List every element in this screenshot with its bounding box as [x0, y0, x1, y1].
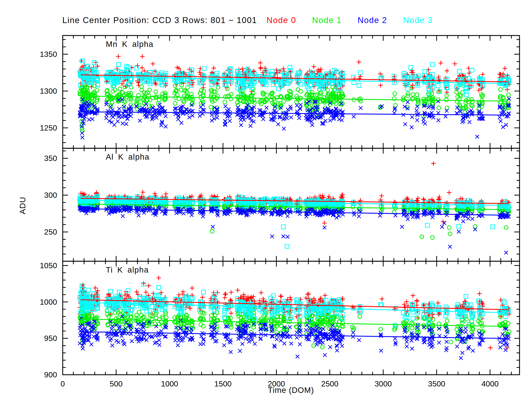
y-axis-label: ADU: [18, 197, 27, 214]
y-tick-label-300: 300: [44, 191, 57, 199]
title-text: Line Center Position: CCD 3 Rows: 801 − …: [62, 16, 257, 25]
legend-node-0: Node 0: [266, 16, 296, 25]
panel-title-0: Mn K alpha: [106, 40, 153, 48]
y-tick-label-1300: 1300: [40, 87, 57, 95]
y-tick-label-1050: 1050: [40, 261, 57, 270]
y-tick-label-250: 250: [44, 228, 57, 236]
y-tick-label-350: 350: [44, 154, 57, 163]
x-tick-label-500: 500: [110, 379, 123, 388]
panel-title-1: Al K alpha: [106, 152, 149, 161]
x-axis-label: Time (DOM): [268, 386, 314, 395]
legend-node-1: Node 1: [312, 16, 342, 25]
legend-node-3: Node 3: [403, 16, 433, 25]
plot-svg: 125013001350Mn K alpha250300350Al K alph…: [0, 0, 532, 411]
figure-root: Line Center Position: CCD 3 Rows: 801 − …: [0, 0, 532, 411]
x-tick-label-1000: 1000: [161, 379, 178, 388]
legend-node-2: Node 2: [358, 16, 387, 25]
legend: Node 0Node 1Node 2Node 3: [257, 16, 433, 25]
y-tick-label-1000: 1000: [40, 298, 57, 306]
y-tick-label-900: 900: [44, 370, 57, 379]
x-tick-label-1500: 1500: [214, 379, 232, 388]
y-tick-label-1250: 1250: [40, 123, 57, 132]
x-tick-label-2500: 2500: [321, 379, 338, 388]
x-tick-label-3000: 3000: [375, 379, 392, 388]
chart-title: Line Center Position: CCD 3 Rows: 801 − …: [62, 16, 433, 25]
x-tick-label-4000: 4000: [481, 379, 499, 388]
y-tick-label-1350: 1350: [40, 50, 57, 58]
x-tick-label-3500: 3500: [428, 379, 445, 388]
x-tick-label-0: 0: [61, 379, 65, 388]
plot-area: 125013001350Mn K alpha250300350Al K alph…: [0, 0, 532, 411]
y-tick-label-950: 950: [44, 334, 57, 343]
panel-title-2: Ti K alpha: [106, 265, 149, 274]
